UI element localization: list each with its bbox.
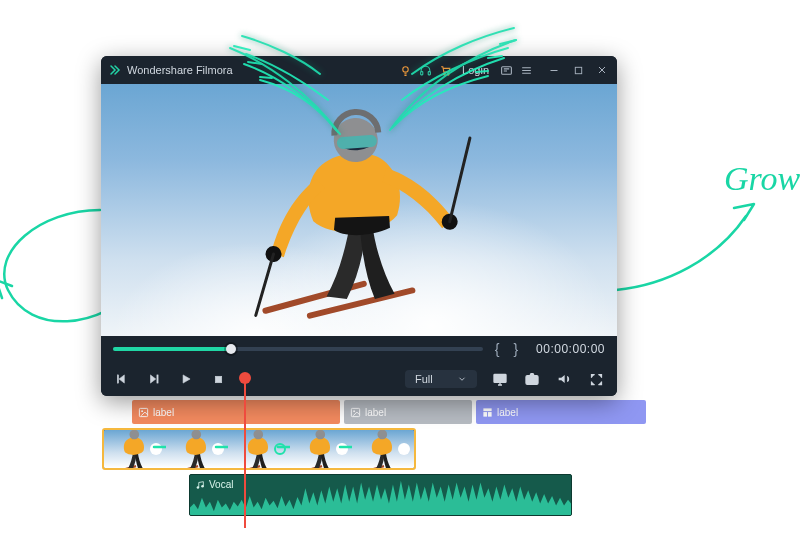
player-controls: Full xyxy=(101,362,617,396)
svg-rect-11 xyxy=(117,375,118,383)
timeline-video-clip[interactable]: label xyxy=(102,428,416,470)
effect-clip[interactable]: label xyxy=(476,400,646,424)
svg-rect-23 xyxy=(488,412,492,417)
svg-point-18 xyxy=(141,410,143,412)
menu-icon[interactable] xyxy=(519,63,533,77)
mark-in-button[interactable]: { xyxy=(493,341,502,357)
scrubber-bar: { } 00:00:00:00 xyxy=(101,336,617,362)
app-title: Wondershare Filmora xyxy=(127,64,233,76)
seek-handle[interactable] xyxy=(226,344,236,354)
messages-icon[interactable] xyxy=(499,63,513,77)
snapshot-button[interactable] xyxy=(523,370,541,388)
titlebar: Wondershare Filmora Login xyxy=(101,56,617,84)
volume-button[interactable] xyxy=(555,370,573,388)
maximize-button[interactable] xyxy=(571,63,585,77)
quality-label: Full xyxy=(415,373,433,385)
cart-icon[interactable] xyxy=(438,63,452,77)
login-link[interactable]: Login xyxy=(458,64,493,76)
template-icon xyxy=(482,407,493,418)
svg-rect-13 xyxy=(215,376,222,383)
svg-point-16 xyxy=(530,378,534,382)
grow-label: Grow xyxy=(724,160,800,198)
close-button[interactable] xyxy=(595,63,609,77)
image-icon xyxy=(138,407,149,418)
display-settings-button[interactable] xyxy=(491,370,509,388)
svg-point-3 xyxy=(443,73,445,75)
step-forward-button[interactable] xyxy=(145,370,163,388)
svg-point-4 xyxy=(447,73,449,75)
lightbulb-icon[interactable] xyxy=(398,63,412,77)
minimize-button[interactable] xyxy=(547,63,561,77)
deco-arrow-right xyxy=(606,190,766,314)
clip-label: label xyxy=(497,407,518,418)
prev-frame-button[interactable] xyxy=(113,370,131,388)
waveform xyxy=(190,475,571,515)
image-icon xyxy=(350,407,361,418)
timeline-effects-row: label label label xyxy=(132,400,712,427)
timeline-audio-clip[interactable]: Vocal xyxy=(189,474,572,516)
chevron-down-icon xyxy=(457,374,467,384)
timeline-playhead[interactable] xyxy=(244,378,246,528)
svg-point-0 xyxy=(402,66,407,71)
svg-rect-17 xyxy=(139,408,147,416)
app-window: Wondershare Filmora Login xyxy=(101,56,617,396)
svg-rect-22 xyxy=(483,412,487,417)
svg-rect-12 xyxy=(157,375,158,383)
headphones-icon[interactable] xyxy=(418,63,432,77)
effect-clip[interactable]: label xyxy=(344,400,472,424)
clip-label: label xyxy=(365,407,386,418)
timecode: 00:00:00:00 xyxy=(536,342,605,356)
quality-selector[interactable]: Full xyxy=(405,370,477,388)
clip-label: label xyxy=(153,407,174,418)
svg-rect-2 xyxy=(428,71,430,74)
svg-rect-19 xyxy=(351,408,359,416)
seek-slider[interactable] xyxy=(113,347,483,351)
play-button[interactable] xyxy=(177,370,195,388)
mark-out-button[interactable]: } xyxy=(511,341,520,357)
app-logo-icon xyxy=(109,64,121,76)
svg-rect-14 xyxy=(494,374,506,382)
fullscreen-button[interactable] xyxy=(587,370,605,388)
svg-point-20 xyxy=(353,410,355,412)
video-preview[interactable] xyxy=(101,84,617,336)
svg-rect-21 xyxy=(483,408,491,411)
svg-rect-1 xyxy=(420,71,422,74)
svg-rect-6 xyxy=(575,67,581,73)
effect-clip[interactable]: label xyxy=(132,400,340,424)
preview-content xyxy=(231,90,487,336)
stop-button[interactable] xyxy=(209,370,227,388)
